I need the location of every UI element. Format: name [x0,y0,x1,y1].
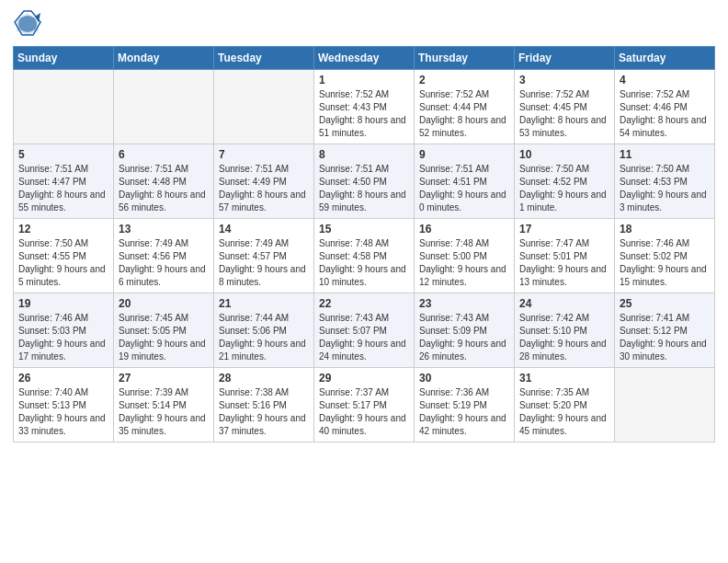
calendar-cell: 23Sunrise: 7:43 AMSunset: 5:09 PMDayligh… [415,293,515,368]
day-info: Sunrise: 7:47 AMSunset: 5:01 PMDaylight:… [519,237,609,289]
calendar-cell: 8Sunrise: 7:51 AMSunset: 4:50 PMDaylight… [314,144,415,219]
weekday-header-sunday: Sunday [14,47,114,70]
calendar-cell [114,70,214,144]
day-info: Sunrise: 7:50 AMSunset: 4:52 PMDaylight:… [519,163,609,214]
calendar-cell: 26Sunrise: 7:40 AMSunset: 5:13 PMDayligh… [14,368,114,442]
day-info: Sunrise: 7:51 AMSunset: 4:50 PMDaylight:… [319,163,409,214]
calendar-cell: 27Sunrise: 7:39 AMSunset: 5:14 PMDayligh… [114,368,214,442]
logo-icon [13,9,42,39]
calendar-cell [14,70,114,144]
calendar-cell: 5Sunrise: 7:51 AMSunset: 4:47 PMDaylight… [14,144,114,219]
day-info: Sunrise: 7:43 AMSunset: 5:07 PMDaylight:… [319,312,409,363]
day-number: 14 [219,223,309,236]
day-info: Sunrise: 7:43 AMSunset: 5:09 PMDaylight:… [419,312,509,363]
day-number: 7 [219,148,309,161]
day-number: 23 [419,297,509,310]
day-number: 25 [620,297,710,310]
day-number: 11 [620,148,710,161]
weekday-header-wednesday: Wednesday [314,47,415,70]
day-info: Sunrise: 7:39 AMSunset: 5:14 PMDaylight:… [119,386,209,438]
calendar-cell: 28Sunrise: 7:38 AMSunset: 5:16 PMDayligh… [214,368,314,442]
calendar-cell: 12Sunrise: 7:50 AMSunset: 4:55 PMDayligh… [14,219,114,293]
day-number: 16 [419,223,509,236]
day-number: 2 [419,74,509,86]
calendar-cell: 19Sunrise: 7:46 AMSunset: 5:03 PMDayligh… [14,293,114,368]
day-info: Sunrise: 7:45 AMSunset: 5:05 PMDaylight:… [119,312,209,363]
day-info: Sunrise: 7:51 AMSunset: 4:51 PMDaylight:… [419,163,509,214]
day-info: Sunrise: 7:49 AMSunset: 4:57 PMDaylight:… [219,237,309,289]
day-number: 22 [319,297,409,310]
calendar-cell: 21Sunrise: 7:44 AMSunset: 5:06 PMDayligh… [214,293,314,368]
calendar-cell: 13Sunrise: 7:49 AMSunset: 4:56 PMDayligh… [114,219,214,293]
day-info: Sunrise: 7:52 AMSunset: 4:43 PMDaylight:… [319,88,409,140]
day-info: Sunrise: 7:52 AMSunset: 4:45 PMDaylight:… [519,88,609,140]
calendar-cell: 18Sunrise: 7:46 AMSunset: 5:02 PMDayligh… [615,219,715,293]
day-info: Sunrise: 7:46 AMSunset: 5:03 PMDaylight:… [18,312,108,363]
calendar-cell: 11Sunrise: 7:50 AMSunset: 4:53 PMDayligh… [615,144,715,219]
weekday-header-friday: Friday [515,47,615,70]
day-info: Sunrise: 7:40 AMSunset: 5:13 PMDaylight:… [18,386,108,438]
day-number: 1 [319,74,409,86]
day-number: 26 [18,372,108,385]
calendar-cell: 16Sunrise: 7:48 AMSunset: 5:00 PMDayligh… [415,219,515,293]
day-number: 6 [119,148,209,161]
calendar-cell: 14Sunrise: 7:49 AMSunset: 4:57 PMDayligh… [214,219,314,293]
calendar-week-row: 26Sunrise: 7:40 AMSunset: 5:13 PMDayligh… [14,368,715,442]
day-info: Sunrise: 7:44 AMSunset: 5:06 PMDaylight:… [219,312,309,363]
day-info: Sunrise: 7:50 AMSunset: 4:55 PMDaylight:… [18,237,108,289]
calendar-week-row: 1Sunrise: 7:52 AMSunset: 4:43 PMDaylight… [14,70,715,144]
day-info: Sunrise: 7:42 AMSunset: 5:10 PMDaylight:… [519,312,609,363]
day-number: 8 [319,148,409,161]
calendar-cell: 29Sunrise: 7:37 AMSunset: 5:17 PMDayligh… [314,368,415,442]
day-info: Sunrise: 7:38 AMSunset: 5:16 PMDaylight:… [219,386,309,438]
weekday-header-saturday: Saturday [615,47,715,70]
calendar-cell: 4Sunrise: 7:52 AMSunset: 4:46 PMDaylight… [615,70,715,144]
day-info: Sunrise: 7:41 AMSunset: 5:12 PMDaylight:… [620,312,710,363]
calendar-cell: 15Sunrise: 7:48 AMSunset: 4:58 PMDayligh… [314,219,415,293]
day-number: 3 [519,74,609,86]
calendar-table: SundayMondayTuesdayWednesdayThursdayFrid… [13,46,715,442]
day-number: 17 [519,223,609,236]
day-info: Sunrise: 7:35 AMSunset: 5:20 PMDaylight:… [519,386,609,438]
day-number: 21 [219,297,309,310]
day-number: 29 [319,372,409,385]
calendar-cell: 25Sunrise: 7:41 AMSunset: 5:12 PMDayligh… [615,293,715,368]
day-info: Sunrise: 7:48 AMSunset: 4:58 PMDaylight:… [319,237,409,289]
day-number: 31 [519,372,609,385]
calendar-cell: 22Sunrise: 7:43 AMSunset: 5:07 PMDayligh… [314,293,415,368]
day-info: Sunrise: 7:52 AMSunset: 4:46 PMDaylight:… [620,88,710,140]
day-info: Sunrise: 7:51 AMSunset: 4:48 PMDaylight:… [119,163,209,214]
calendar-cell: 20Sunrise: 7:45 AMSunset: 5:05 PMDayligh… [114,293,214,368]
calendar-week-row: 5Sunrise: 7:51 AMSunset: 4:47 PMDaylight… [14,144,715,219]
calendar-cell: 17Sunrise: 7:47 AMSunset: 5:01 PMDayligh… [515,219,615,293]
day-number: 9 [419,148,509,161]
day-info: Sunrise: 7:51 AMSunset: 4:49 PMDaylight:… [219,163,309,214]
day-info: Sunrise: 7:46 AMSunset: 5:02 PMDaylight:… [620,237,710,289]
calendar-cell: 7Sunrise: 7:51 AMSunset: 4:49 PMDaylight… [214,144,314,219]
calendar-cell: 6Sunrise: 7:51 AMSunset: 4:48 PMDaylight… [114,144,214,219]
day-info: Sunrise: 7:50 AMSunset: 4:53 PMDaylight:… [620,163,710,214]
calendar-week-row: 19Sunrise: 7:46 AMSunset: 5:03 PMDayligh… [14,293,715,368]
header [13,9,715,39]
calendar-cell: 2Sunrise: 7:52 AMSunset: 4:44 PMDaylight… [415,70,515,144]
day-info: Sunrise: 7:52 AMSunset: 4:44 PMDaylight:… [419,88,509,140]
day-number: 20 [119,297,209,310]
day-number: 30 [419,372,509,385]
day-number: 15 [319,223,409,236]
day-number: 24 [519,297,609,310]
calendar-cell: 3Sunrise: 7:52 AMSunset: 4:45 PMDaylight… [515,70,615,144]
day-info: Sunrise: 7:36 AMSunset: 5:19 PMDaylight:… [419,386,509,438]
day-number: 12 [18,223,108,236]
day-info: Sunrise: 7:49 AMSunset: 4:56 PMDaylight:… [119,237,209,289]
calendar-cell: 1Sunrise: 7:52 AMSunset: 4:43 PMDaylight… [314,70,415,144]
calendar-cell: 30Sunrise: 7:36 AMSunset: 5:19 PMDayligh… [415,368,515,442]
weekday-header-monday: Monday [114,47,214,70]
calendar-cell [214,70,314,144]
logo [13,9,46,39]
day-number: 4 [620,74,710,86]
day-number: 10 [519,148,609,161]
day-number: 27 [119,372,209,385]
day-number: 18 [620,223,710,236]
calendar-cell [615,368,715,442]
calendar-cell: 24Sunrise: 7:42 AMSunset: 5:10 PMDayligh… [515,293,615,368]
